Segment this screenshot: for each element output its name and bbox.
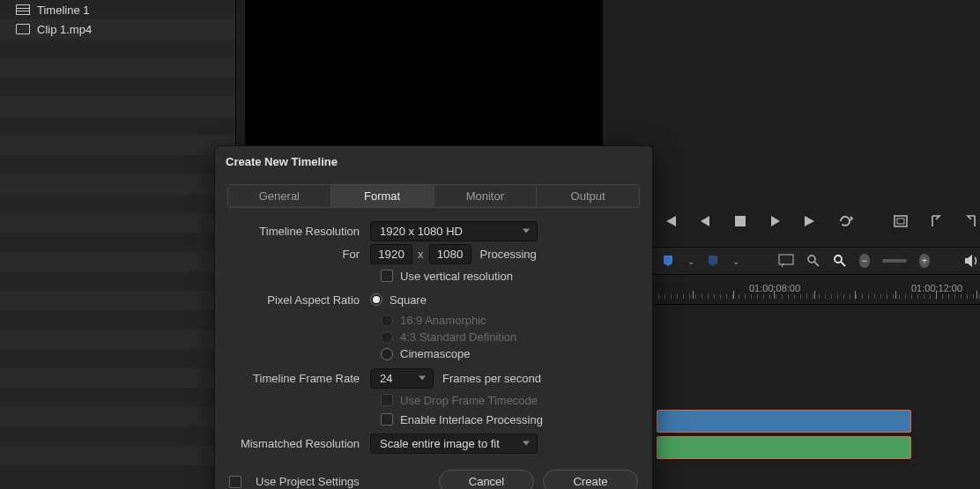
match-frame-icon[interactable]: [892, 212, 909, 230]
svg-rect-1: [895, 216, 907, 226]
zoom-out-button[interactable]: −: [859, 254, 870, 268]
zoom-fit-icon[interactable]: [778, 252, 794, 270]
svg-point-5: [835, 256, 842, 263]
prev-frame-icon[interactable]: [696, 212, 714, 230]
par-anamorphic-label: 16:9 Anamorphic: [400, 314, 486, 327]
clip-icon: [16, 24, 30, 34]
timeline-icon: [16, 4, 30, 15]
ruler-timecode: 01:00:08:00: [749, 283, 800, 293]
dialog-title: Create New Timeline: [215, 146, 652, 179]
use-project-settings-checkbox[interactable]: [229, 476, 241, 488]
zoom-custom-icon[interactable]: [806, 252, 820, 270]
x-separator: x: [418, 248, 424, 261]
timeline-toolbar: ⌄ ⌄ − +: [652, 247, 980, 275]
stop-icon[interactable]: [731, 212, 749, 230]
dialog-tabs: General Format Monitor Output: [227, 184, 640, 208]
media-item-label: Timeline 1: [37, 4, 89, 17]
tab-output[interactable]: Output: [537, 185, 639, 207]
drop-frame-checkbox: [381, 394, 393, 406]
interlace-label: Enable Interlace Processing: [400, 413, 543, 426]
play-icon[interactable]: [767, 212, 784, 230]
marker-navy-icon[interactable]: [707, 252, 721, 270]
zoom-full-icon[interactable]: [833, 252, 847, 270]
par-anamorphic-radio: [381, 315, 393, 327]
interlace-checkbox[interactable]: [381, 413, 393, 426]
next-frame-icon[interactable]: [802, 212, 820, 230]
in-point-icon[interactable]: [927, 212, 945, 230]
tab-general[interactable]: General: [228, 185, 331, 207]
marker-blue-icon[interactable]: [661, 252, 675, 270]
par-square-label: Square: [390, 293, 427, 307]
ruler-timecode: 01:00:12:00: [911, 283, 962, 293]
resolution-select[interactable]: 1920 x 1080 HD: [370, 221, 538, 241]
frame-rate-select[interactable]: 24: [370, 368, 434, 389]
zoom-in-button[interactable]: +: [919, 254, 930, 268]
svg-rect-3: [779, 255, 793, 264]
fps-label: Frames per second: [442, 372, 541, 385]
media-item-timeline[interactable]: Timeline 1: [0, 0, 235, 19]
processing-label: Processing: [480, 248, 537, 261]
skip-start-icon[interactable]: [661, 212, 679, 230]
create-button[interactable]: Create: [543, 470, 638, 489]
create-timeline-dialog: Create New Timeline General Format Monit…: [214, 145, 653, 489]
tab-format[interactable]: Format: [331, 185, 434, 207]
mismatch-label: Mismatched Resolution: [229, 437, 370, 450]
audio-clip[interactable]: [657, 436, 911, 459]
drop-frame-label: Use Drop Frame Timecode: [400, 394, 538, 407]
par-cinema-label: Cinemascope: [400, 347, 471, 360]
video-clip[interactable]: [657, 410, 911, 433]
svg-rect-2: [897, 219, 904, 224]
cancel-button[interactable]: Cancel: [439, 470, 534, 489]
marker-blue-menu[interactable]: ⌄: [687, 256, 694, 266]
par-label: Pixel Aspect Ratio: [229, 293, 370, 307]
media-item-clip[interactable]: Clip 1.mp4: [0, 19, 235, 39]
out-point-icon[interactable]: [962, 212, 980, 230]
par-square-radio[interactable]: [370, 293, 382, 306]
media-item-label: Clip 1.mp4: [37, 23, 92, 36]
par-43-label: 4:3 Standard Definition: [400, 330, 516, 344]
for-label: For: [229, 248, 370, 261]
width-input[interactable]: [370, 244, 412, 264]
use-vertical-label: Use vertical resolution: [400, 270, 513, 283]
mute-icon[interactable]: [964, 252, 980, 270]
zoom-slider[interactable]: [882, 259, 907, 263]
tab-monitor[interactable]: Monitor: [434, 185, 538, 207]
frame-rate-label: Timeline Frame Rate: [229, 372, 370, 385]
use-vertical-checkbox[interactable]: [381, 270, 393, 282]
resolution-label: Timeline Resolution: [229, 225, 370, 238]
use-project-settings-label: Use Project Settings: [256, 475, 360, 488]
marker-navy-menu[interactable]: ⌄: [732, 256, 739, 266]
par-43-radio: [381, 331, 393, 344]
svg-point-4: [808, 256, 815, 263]
transport-bar: [652, 208, 980, 234]
height-input[interactable]: [429, 244, 471, 264]
timeline-ruler[interactable]: 01:00:08:00 01:00:12:00: [652, 282, 980, 305]
svg-rect-0: [735, 216, 746, 226]
loop-icon[interactable]: [837, 212, 855, 230]
media-pool: Timeline 1 Clip 1.mp4: [0, 0, 236, 489]
mismatch-select[interactable]: Scale entire image to fit: [370, 433, 538, 454]
par-cinema-radio[interactable]: [381, 348, 393, 360]
